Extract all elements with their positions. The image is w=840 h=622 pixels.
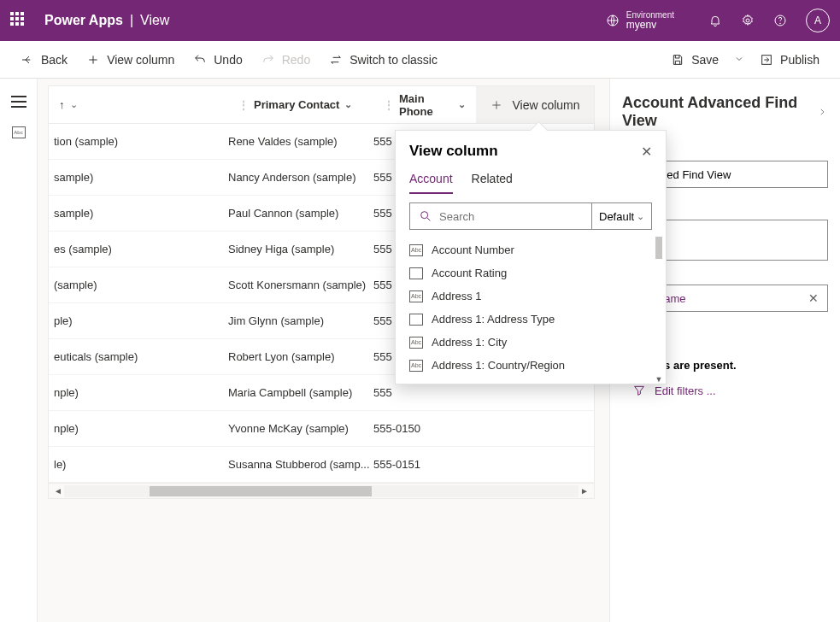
cell-account: nple) — [49, 422, 228, 435]
save-icon — [671, 53, 684, 67]
text-field-icon: Abc — [409, 244, 423, 256]
field-option[interactable]: AbcAddress 1: Country/Region — [404, 354, 661, 377]
table-row[interactable]: nple)Yvonne McKay (sample)555-0150 — [49, 411, 594, 447]
scrollbar-thumb[interactable] — [150, 486, 372, 496]
horizontal-scrollbar[interactable]: ◄ ► — [49, 483, 594, 498]
cell-account: ple) — [49, 314, 228, 327]
bell-icon[interactable] — [708, 14, 722, 27]
field-type-icon[interactable]: Abc — [12, 126, 26, 138]
option-field-icon — [409, 267, 423, 279]
help-icon[interactable] — [773, 14, 787, 27]
cell-contact: Sidney Higa (sample) — [228, 243, 373, 255]
panel-title: Account Advanced Find View — [622, 94, 817, 130]
field-option[interactable]: AbcAddress 1 — [404, 285, 661, 308]
field-label: Address 1: Address Type — [432, 313, 555, 326]
cell-account: sample) — [49, 171, 228, 184]
switch-icon — [329, 53, 343, 67]
cell-contact: Rene Valdes (sample) — [228, 135, 373, 148]
app-title: Power Apps — [44, 13, 123, 28]
chevron-down-icon: ⌄ — [344, 99, 352, 110]
undo-button[interactable]: Undo — [185, 48, 250, 72]
undo-icon — [193, 53, 207, 67]
app-header: Power Apps | View Environment myenv A — [0, 0, 840, 41]
column-header-primary-contact[interactable]: ⋮ Primary Contact ⌄ — [228, 98, 373, 111]
cell-account: nple) — [49, 386, 228, 399]
svg-point-5 — [421, 212, 428, 219]
cell-account: sample) — [49, 207, 228, 220]
cell-contact: Yvonne McKay (sample) — [228, 422, 373, 435]
search-icon — [419, 209, 432, 223]
cell-phone: 555-0151 — [373, 458, 476, 471]
column-header-main-phone[interactable]: ⋮ Main Phone ⌄ — [373, 92, 476, 118]
left-rail: Abc — [0, 79, 38, 622]
view-column-flyout: View column ✕ Account Related Default ⌄ … — [395, 130, 667, 384]
avatar[interactable]: A — [806, 9, 830, 32]
column-header-row: ↑ ⌄ ⋮ Primary Contact ⌄ ⋮ Main Phone ⌄ V… — [49, 86, 594, 124]
cell-contact: Robert Lyon (sample) — [228, 350, 373, 363]
command-bar: Back View column Undo Redo Switch to cla… — [0, 41, 840, 79]
cell-contact: Scott Konersmann (sample) — [228, 279, 373, 291]
close-icon[interactable]: ✕ — [641, 144, 652, 160]
tab-related[interactable]: Related — [472, 167, 513, 194]
text-field-icon: Abc — [409, 337, 423, 349]
chevron-down-icon: ⌄ — [70, 99, 78, 110]
environment-picker[interactable]: Environment myenv — [606, 10, 691, 31]
arrow-left-icon — [21, 53, 34, 67]
cell-contact: Susanna Stubberod (samp... — [228, 458, 373, 471]
cell-contact: Paul Cannon (sample) — [228, 207, 373, 220]
search-input[interactable] — [439, 210, 583, 223]
edit-filters-button[interactable]: Edit filters ... — [622, 384, 828, 397]
cell-account: le) — [49, 458, 228, 471]
text-field-icon: Abc — [409, 360, 423, 372]
env-name: myenv — [626, 20, 674, 31]
back-button[interactable]: Back — [12, 48, 76, 72]
table-row[interactable]: le)Susanna Stubberod (samp...555-0151 — [49, 447, 594, 483]
field-option[interactable]: Address 1: Address Type — [404, 308, 661, 331]
scroll-down-icon[interactable]: ▼ — [654, 375, 664, 384]
scroll-right-icon[interactable]: ► — [579, 486, 590, 496]
chevron-down-icon: ⌄ — [458, 99, 466, 110]
redo-button: Redo — [253, 48, 319, 72]
sort-dropdown[interactable]: Default ⌄ — [591, 203, 651, 229]
cell-phone: 555 — [373, 386, 476, 399]
gear-icon[interactable] — [741, 14, 755, 27]
app-section: View — [140, 13, 169, 28]
cell-account: es (sample) — [49, 243, 228, 255]
scroll-left-icon[interactable]: ◄ — [52, 486, 64, 496]
grip-icon: ⋮ — [238, 99, 249, 111]
chevron-down-icon — [734, 54, 744, 64]
column-header-sorted[interactable]: ↑ ⌄ — [49, 98, 228, 111]
hamburger-icon[interactable] — [11, 96, 26, 108]
tab-account[interactable]: Account — [409, 167, 453, 194]
view-column-button[interactable]: View column — [78, 48, 183, 72]
cell-account: tion (sample) — [49, 135, 228, 148]
field-option[interactable]: AbcAddress 1: City — [404, 331, 661, 354]
cell-account: (sample) — [49, 279, 228, 291]
flyout-scrollbar[interactable]: ▲ ▼ — [654, 237, 664, 382]
cell-contact: Nancy Anderson (sample) — [228, 171, 373, 184]
save-split-button[interactable] — [729, 47, 749, 73]
waffle-icon[interactable] — [10, 12, 27, 29]
field-label: Account Rating — [432, 267, 507, 279]
save-button[interactable]: Save — [662, 48, 727, 72]
switch-classic-button[interactable]: Switch to classic — [320, 48, 446, 72]
field-option[interactable]: Account Rating — [404, 261, 661, 285]
cell-contact: Jim Glynn (sample) — [228, 314, 373, 327]
add-column-button[interactable]: View column — [476, 86, 594, 123]
publish-icon — [760, 53, 773, 67]
cell-account: euticals (sample) — [49, 350, 228, 363]
option-field-icon — [409, 314, 423, 326]
chevron-right-icon[interactable] — [817, 106, 828, 118]
field-label: Address 1: Country/Region — [432, 359, 565, 372]
text-field-icon: Abc — [409, 290, 423, 302]
title-separator: | — [130, 13, 133, 28]
grip-icon: ⋮ — [384, 99, 394, 111]
cell-phone: 555-0150 — [373, 422, 476, 435]
publish-button[interactable]: Publish — [751, 48, 828, 72]
field-option[interactable]: AbcAccount Number — [404, 238, 661, 261]
scrollbar-thumb[interactable] — [655, 237, 662, 259]
env-label: Environment — [626, 10, 674, 20]
field-label: Account Number — [432, 244, 514, 256]
remove-chip-icon[interactable]: ✕ — [808, 291, 819, 305]
cell-contact: Maria Campbell (sample) — [228, 386, 373, 399]
